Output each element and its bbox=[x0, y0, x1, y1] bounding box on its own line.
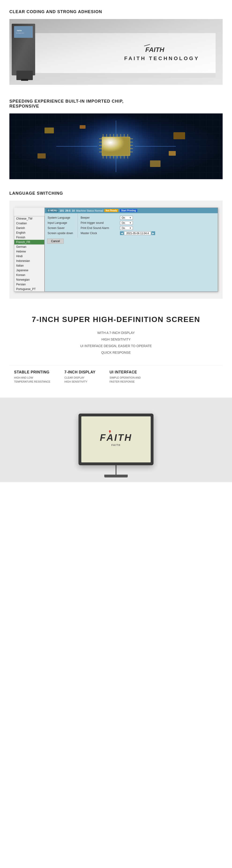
svg-rect-64 bbox=[150, 160, 160, 167]
feature-7inch-desc: CLEAR DISPLAY HIGH SENSITIVITY bbox=[65, 376, 95, 383]
svg-rect-4 bbox=[14, 26, 33, 38]
section1-title: CLEAR CODING AND STRONG ADHESION bbox=[9, 9, 223, 14]
lang-hindi[interactable]: Hindi bbox=[14, 254, 44, 258]
clock-value: 2021-05-06 11:04:4 bbox=[124, 231, 151, 235]
beeper-row: Beeper On ▼ bbox=[81, 215, 215, 220]
settings-header: ☰ MENU 101 29-5 10 Machine Status Normal… bbox=[45, 208, 218, 213]
settings-footer: Cancel bbox=[45, 238, 218, 246]
svg-text:FAITH: FAITH bbox=[17, 30, 22, 31]
lang-portuguese-pt[interactable]: Portuguese_PT bbox=[14, 287, 44, 291]
monitor-frame: FA✝ITH FAITH bbox=[78, 413, 154, 465]
cancel-button[interactable]: Cancel bbox=[47, 239, 64, 244]
lang-indonesian[interactable]: Indonesian bbox=[14, 258, 44, 263]
svg-text:FAITH TECHNOLOGY: FAITH TECHNOLOGY bbox=[124, 55, 199, 61]
svg-rect-8 bbox=[21, 79, 28, 81]
clock-prev-btn[interactable]: ◀ bbox=[120, 231, 124, 235]
screen-feature-1: WITH A 7-INCH DISPLAY bbox=[9, 330, 223, 336]
lang-hebrew[interactable]: Hebrew bbox=[14, 249, 44, 254]
counter1: 101 bbox=[60, 209, 64, 212]
menu-box: ☰ MENU bbox=[47, 209, 58, 212]
svg-rect-61 bbox=[169, 151, 176, 156]
lang-italian[interactable]: Italian bbox=[14, 263, 44, 268]
svg-rect-7 bbox=[16, 71, 33, 80]
monitor-logo-container: FA✝ITH FAITH bbox=[100, 432, 132, 446]
screen-feature-4: QUICK RESPONSE bbox=[9, 349, 223, 356]
lang-chinese-tw[interactable]: Chinese_TW bbox=[14, 216, 44, 221]
print-end-sound-value[interactable]: On ▼ bbox=[120, 226, 133, 230]
print-end-sound-arrow: ▼ bbox=[129, 227, 131, 229]
svg-rect-60 bbox=[173, 132, 185, 139]
svg-rect-65 bbox=[102, 137, 130, 156]
svg-rect-59 bbox=[44, 127, 54, 133]
label-system-language: System Language bbox=[47, 215, 75, 220]
monitor-faith-logo: FA✝ITH bbox=[100, 432, 132, 443]
lang-persian[interactable]: Persian bbox=[14, 282, 44, 287]
beeper-arrow: ▼ bbox=[129, 217, 131, 219]
not-ready-badge: Not Ready bbox=[104, 209, 118, 212]
counter3: 10 bbox=[72, 209, 75, 212]
counter2: 29-5 bbox=[65, 209, 71, 212]
master-clock-label: Master Clock bbox=[81, 231, 118, 235]
features-grid: STABLE PRINTING HIGH AND LOW TEMPERATURE… bbox=[9, 365, 223, 391]
svg-rect-62 bbox=[38, 153, 46, 158]
feature-stable-desc: HIGH AND LOW TEMPERATURE RESISTANCE bbox=[14, 376, 50, 383]
feature-7inch-title: 7-INCH DISPLAY bbox=[65, 370, 95, 374]
chip-image bbox=[9, 114, 223, 179]
print-trigger-label: Print trigger sound bbox=[81, 221, 118, 224]
lang-english[interactable]: English bbox=[14, 230, 44, 235]
print-end-sound-label: Print End Sound Alarm bbox=[81, 226, 118, 230]
screen-feature-2: HIGH SENSITIVITY bbox=[9, 336, 223, 343]
lang-finnish[interactable]: Finnish bbox=[14, 235, 44, 240]
settings-body: System Language Input Language Screen Sa… bbox=[45, 213, 218, 238]
section-speeding: SPEEDING EXPERIENCE BUILT-IN IMPORTED CH… bbox=[0, 92, 232, 184]
section-clear-coding: CLEAR CODING AND STRONG ADHESION bbox=[0, 0, 232, 92]
master-clock-row: Master Clock ◀ 2021-05-06 11:04:4 ▶ bbox=[81, 230, 215, 236]
lang-danish[interactable]: Danish bbox=[14, 226, 44, 230]
chip-svg bbox=[9, 114, 223, 179]
monitor-stand bbox=[116, 465, 116, 475]
svg-rect-63 bbox=[80, 125, 85, 129]
print-end-sound-row: Print End Sound Alarm On ▼ bbox=[81, 225, 215, 230]
feature-stable-title: STABLE PRINTING bbox=[14, 370, 50, 374]
feature-ui-desc: SIMPLE OPERATION AND FASTER RESPONSE bbox=[110, 376, 141, 383]
label-screen-saver: Screen Saver bbox=[47, 225, 75, 230]
print-trigger-value[interactable]: On ▼ bbox=[120, 221, 133, 225]
coding-image: FAITH TECHNOLOGY FAITH FAITH TECHNOLOGY bbox=[9, 19, 223, 85]
monitor-section: FA✝ITH FAITH bbox=[0, 398, 232, 482]
settings-panel: ☰ MENU 101 29-5 10 Machine Status Normal… bbox=[44, 208, 218, 292]
svg-text:TECHNOLOGY: TECHNOLOGY bbox=[16, 32, 24, 34]
section-screen: 7-INCH SUPER HIGH-DEFINITION SCREEN WITH… bbox=[0, 303, 232, 398]
menu-label: MENU bbox=[50, 209, 57, 212]
lang-croatian[interactable]: Croatian bbox=[14, 221, 44, 226]
lang-french-fr[interactable]: French_FR bbox=[14, 240, 44, 245]
start-printing-btn[interactable]: Start Printing bbox=[120, 209, 137, 212]
label-input-language: Input Language bbox=[47, 220, 75, 225]
monitor-base bbox=[104, 475, 128, 477]
section3-title: LANGUAGE SWITCHING bbox=[9, 191, 223, 196]
feature-ui-title: UI INTERFACE bbox=[110, 370, 141, 374]
settings-labels: System Language Input Language Screen Sa… bbox=[45, 213, 78, 238]
svg-rect-2 bbox=[24, 73, 216, 78]
section-language: LANGUAGE SWITCHING Chinese_TW Croatian D… bbox=[0, 184, 232, 303]
beeper-value[interactable]: On ▼ bbox=[120, 216, 133, 220]
monitor-screen: FA✝ITH FAITH bbox=[81, 416, 151, 462]
feature-stable-printing: STABLE PRINTING HIGH AND LOW TEMPERATURE… bbox=[14, 370, 50, 383]
clock-next-btn[interactable]: ▶ bbox=[151, 231, 155, 235]
settings-right-col: Beeper On ▼ Print trigger sound On ▼ bbox=[78, 213, 218, 238]
lang-japanese[interactable]: Japanese bbox=[14, 268, 44, 273]
machine-status: Machine Status Normal bbox=[76, 209, 103, 212]
master-clock-control: ◀ 2021-05-06 11:04:4 ▶ bbox=[120, 231, 155, 235]
menu-icon: ☰ bbox=[47, 209, 50, 212]
beeper-label: Beeper bbox=[81, 216, 118, 219]
print-trigger-arrow: ▼ bbox=[129, 222, 131, 224]
lang-korean[interactable]: Korean bbox=[14, 273, 44, 277]
coding-svg: FAITH TECHNOLOGY FAITH FAITH TECHNOLOGY bbox=[9, 19, 223, 85]
faith-brand-label: FAITH bbox=[100, 444, 132, 446]
ui-panel: Chinese_TW Croatian Danish English Finni… bbox=[14, 208, 218, 292]
feature-ui-interface: UI INTERFACE SIMPLE OPERATION AND FASTER… bbox=[110, 370, 141, 383]
lang-german[interactable]: German bbox=[14, 245, 44, 249]
lang-norwegian[interactable]: Norwegian bbox=[14, 277, 44, 282]
screen-main-title: 7-INCH SUPER HIGH-DEFINITION SCREEN bbox=[9, 315, 223, 324]
screen-features: WITH A 7-INCH DISPLAY HIGH SENSITIVITY U… bbox=[9, 330, 223, 356]
language-dropdown[interactable]: Chinese_TW Croatian Danish English Finni… bbox=[14, 216, 44, 292]
